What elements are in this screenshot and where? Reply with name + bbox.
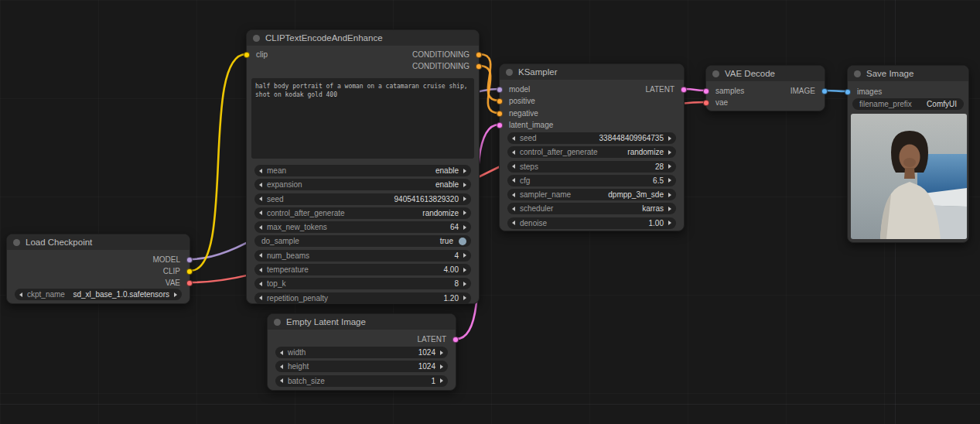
collapse-dot-icon[interactable]: [274, 319, 281, 326]
port-dot-clip[interactable]: [186, 268, 193, 275]
widget-scheduler[interactable]: scheduler karras: [507, 203, 676, 214]
prev-option-arrow-icon[interactable]: [512, 193, 515, 197]
increment-arrow-icon[interactable]: [668, 178, 671, 183]
increment-arrow-icon[interactable]: [440, 350, 443, 355]
decrement-arrow-icon[interactable]: [259, 197, 262, 201]
widget-value: 1: [431, 377, 435, 385]
increment-arrow-icon[interactable]: [668, 164, 671, 169]
prev-option-arrow-icon[interactable]: [512, 150, 515, 155]
next-option-arrow-icon[interactable]: [668, 207, 671, 211]
next-option-arrow-icon[interactable]: [174, 292, 177, 297]
widget-max-new-tokens[interactable]: max_new_tokens 64: [254, 221, 471, 233]
widget-cfg[interactable]: cfg 6.5: [507, 175, 676, 186]
widget-label: num_beams: [267, 251, 309, 260]
increment-arrow-icon[interactable]: [440, 364, 443, 369]
decrement-arrow-icon[interactable]: [259, 225, 262, 230]
widget-repetition-penalty[interactable]: repetition_penalty 1.20: [254, 292, 471, 304]
port-dot-latent[interactable]: [681, 87, 687, 93]
node-ksampler[interactable]: KSampler model positive negative latent_…: [499, 63, 685, 231]
port-dot-conditioning[interactable]: [497, 98, 503, 104]
collapse-dot-icon[interactable]: [506, 69, 513, 76]
increment-arrow-icon[interactable]: [440, 378, 443, 383]
widget-num-beams[interactable]: num_beams 4: [254, 250, 471, 262]
widget-denoise[interactable]: denoise 1.00: [507, 217, 676, 229]
prev-option-arrow-icon[interactable]: [259, 169, 262, 173]
collapse-dot-icon[interactable]: [854, 70, 861, 77]
decrement-arrow-icon[interactable]: [512, 221, 515, 225]
port-dot-vae[interactable]: [703, 100, 709, 106]
widget-sampler-name[interactable]: sampler_name dpmpp_3m_sde: [507, 189, 676, 200]
collapse-dot-icon[interactable]: [13, 239, 20, 246]
prompt-text-input[interactable]: half body portrait of a woman on a catam…: [251, 78, 474, 159]
port-dot-latent[interactable]: [497, 122, 503, 128]
node-vae-decode[interactable]: VAE Decode samples vae IMAGE: [705, 65, 825, 111]
port-dot-latent[interactable]: [452, 337, 459, 343]
widget-steps[interactable]: steps 28: [507, 161, 676, 173]
node-empty-latent-image[interactable]: Empty Latent Image LATENT width 1024 hei…: [267, 313, 456, 391]
widget-filename-prefix[interactable]: filename_prefix ComfyUI: [852, 98, 964, 110]
toggle-knob-icon[interactable]: [459, 238, 466, 245]
port-dot-conditioning[interactable]: [497, 111, 503, 117]
decrement-arrow-icon[interactable]: [259, 282, 262, 286]
widget-control-after-generate[interactable]: control_after_generate randomize: [507, 146, 676, 158]
widget-seed[interactable]: seed 940541613829320: [254, 193, 471, 205]
increment-arrow-icon[interactable]: [668, 136, 671, 141]
next-option-arrow-icon[interactable]: [463, 183, 466, 187]
prev-option-arrow-icon[interactable]: [259, 183, 262, 187]
node-title-bar[interactable]: VAE Decode: [706, 66, 825, 81]
widget-mean[interactable]: mean enable: [254, 165, 471, 176]
widget-batch-size[interactable]: batch_size 1: [275, 375, 448, 387]
widget-control-after-generate[interactable]: control_after_generate randomize: [254, 207, 471, 219]
increment-arrow-icon[interactable]: [463, 225, 466, 230]
port-dot-conditioning[interactable]: [476, 63, 482, 70]
next-option-arrow-icon[interactable]: [463, 210, 466, 215]
node-load-checkpoint[interactable]: Load Checkpoint MODEL CLIP VAE ckpt_name…: [6, 234, 190, 304]
collapse-dot-icon[interactable]: [253, 35, 260, 42]
increment-arrow-icon[interactable]: [463, 253, 466, 258]
decrement-arrow-icon[interactable]: [512, 178, 515, 183]
widget-value: randomize: [627, 148, 664, 156]
node-title-bar[interactable]: CLIPTextEncodeAndEnhance: [247, 30, 479, 46]
increment-arrow-icon[interactable]: [463, 296, 466, 300]
widget-seed[interactable]: seed 338448409964735: [507, 132, 676, 144]
port-dot-image[interactable]: [845, 89, 851, 95]
port-dot-image[interactable]: [821, 88, 828, 94]
port-dot-vae[interactable]: [186, 280, 193, 286]
widget-label: height: [288, 362, 309, 371]
decrement-arrow-icon[interactable]: [280, 350, 283, 355]
decrement-arrow-icon[interactable]: [259, 268, 262, 272]
collapse-dot-icon[interactable]: [712, 70, 719, 77]
decrement-arrow-icon[interactable]: [512, 136, 515, 141]
decrement-arrow-icon[interactable]: [280, 364, 283, 369]
next-option-arrow-icon[interactable]: [463, 169, 466, 173]
widget-expansion[interactable]: expansion enable: [254, 179, 471, 190]
widget-temperature[interactable]: temperature 4.00: [254, 264, 471, 275]
increment-arrow-icon[interactable]: [668, 221, 671, 225]
node-graph-canvas[interactable]: Load Checkpoint MODEL CLIP VAE ckpt_name…: [0, 0, 980, 424]
prev-option-arrow-icon[interactable]: [19, 292, 22, 297]
widget-height[interactable]: height 1024: [275, 361, 448, 372]
prev-option-arrow-icon[interactable]: [259, 210, 262, 215]
widget-top-k[interactable]: top_k 8: [254, 278, 471, 289]
node-title-bar[interactable]: Load Checkpoint: [7, 234, 190, 250]
increment-arrow-icon[interactable]: [463, 282, 466, 286]
prev-option-arrow-icon[interactable]: [512, 207, 515, 211]
node-save-image[interactable]: Save Image images filename_prefix ComfyU…: [847, 65, 969, 243]
next-option-arrow-icon[interactable]: [668, 193, 671, 197]
decrement-arrow-icon[interactable]: [259, 296, 262, 300]
node-title-bar[interactable]: KSampler: [500, 64, 684, 80]
port-dot-conditioning[interactable]: [476, 52, 482, 58]
node-title-bar[interactable]: Empty Latent Image: [268, 314, 456, 330]
node-clip-text-encode-and-enhance[interactable]: CLIPTextEncodeAndEnhance clip CONDITIONI…: [246, 29, 480, 304]
widget-ckpt-name[interactable]: ckpt_name sd_xl_base_1.0.safetensors: [15, 289, 182, 300]
node-title-bar[interactable]: Save Image: [848, 66, 968, 81]
decrement-arrow-icon[interactable]: [512, 164, 515, 169]
next-option-arrow-icon[interactable]: [668, 150, 671, 155]
port-dot-model[interactable]: [186, 257, 193, 263]
decrement-arrow-icon[interactable]: [259, 253, 262, 258]
widget-width[interactable]: width 1024: [275, 347, 448, 358]
decrement-arrow-icon[interactable]: [280, 378, 283, 383]
widget-do-sample[interactable]: do_sample true: [254, 235, 471, 247]
increment-arrow-icon[interactable]: [463, 197, 466, 201]
increment-arrow-icon[interactable]: [463, 268, 466, 272]
